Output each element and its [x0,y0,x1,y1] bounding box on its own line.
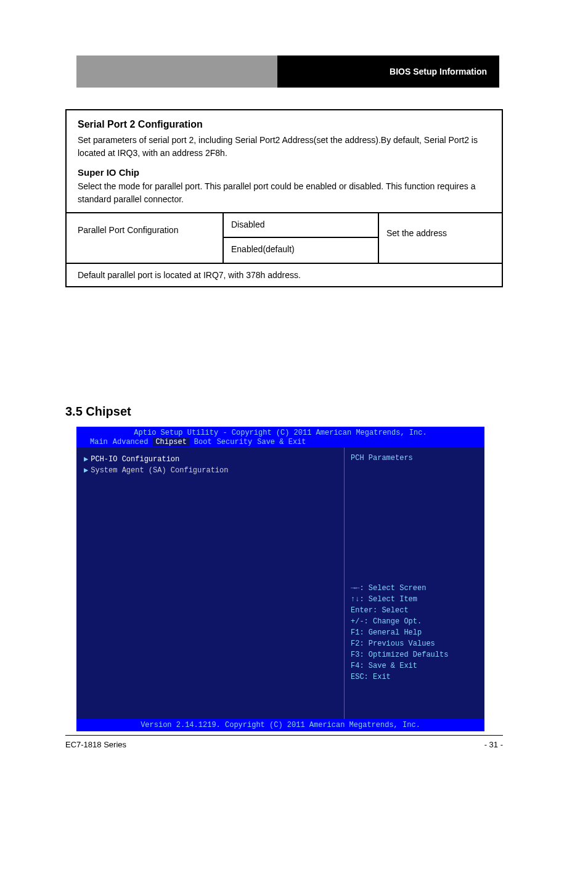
hint-enter: Enter: Select [351,605,478,616]
bios-body: ▶PCH-IO Configuration ▶System Agent (SA)… [76,448,484,719]
tab-main[interactable]: Main [90,438,108,446]
chipset-heading: 3.5 Chipset [65,405,131,419]
hint-f3: F3: Optimized Defaults [351,649,478,660]
bios-item-label: PCH-IO Configuration [91,455,179,464]
config-subdesc: Select the mode for parallel port. This … [78,180,491,206]
tab-chipset[interactable]: Chipset [153,438,189,446]
arrow-icon: ▶ [84,466,88,475]
bios-left-panel: ▶PCH-IO Configuration ▶System Agent (SA)… [76,448,345,719]
tab-save-exit[interactable]: Save & Exit [257,438,306,446]
bios-hints: →←: Select Screen ↑↓: Select Item Enter:… [351,583,478,683]
config-title: Serial Port 2 Configuration [78,119,491,130]
bios-screenshot: Aptio Setup Utility - Copyright (C) 2011… [76,427,484,731]
bios-item-pch-io[interactable]: ▶PCH-IO Configuration [84,454,337,465]
config-col2: Disabled Enabled(default) [224,213,379,263]
config-desc: Set parameters of serial port 2, includi… [78,134,491,160]
bios-right-panel: PCH Parameters →←: Select Screen ↑↓: Sel… [345,448,484,719]
config-col3: Set the address [379,213,502,263]
header-right-label: BIOS Setup Information [277,55,499,88]
bios-tabs: Main Advanced Chipset Boot Security Save… [76,437,484,448]
hint-change-opt: +/-: Change Opt. [351,616,478,627]
bios-titlebar: Aptio Setup Utility - Copyright (C) 2011… [76,427,484,437]
hint-select-item: ↑↓: Select Item [351,594,478,605]
tab-security[interactable]: Security [217,438,253,446]
hint-f2: F2: Previous Values [351,638,478,649]
hint-select-screen: →←: Select Screen [351,583,478,594]
config-footer: Default parallel port is located at IRQ7… [67,263,502,286]
hint-esc: ESC: Exit [351,671,478,683]
bios-item-system-agent[interactable]: ▶System Agent (SA) Configuration [84,465,337,476]
config-cell-disabled: Disabled [224,213,378,238]
footer-right: - 31 - [484,740,503,749]
page-header: BIOS Setup Information [76,55,499,88]
tab-advanced[interactable]: Advanced [113,438,149,446]
hint-f4: F4: Save & Exit [351,660,478,671]
config-col1: Parallel Port Configuration [67,213,224,263]
config-cell-enabled: Enabled(default) [224,238,378,263]
arrow-icon: ▶ [84,455,88,464]
serial-port-config-box: Serial Port 2 Configuration Set paramete… [65,109,503,287]
bios-help-title: PCH Parameters [351,454,478,462]
tab-boot[interactable]: Boot [194,438,212,446]
header-left-block [76,55,277,88]
config-table: Parallel Port Configuration Disabled Ena… [67,212,502,263]
config-main: Serial Port 2 Configuration Set paramete… [67,110,502,212]
bios-footer: Version 2.14.1219. Copyright (C) 2011 Am… [76,719,484,731]
bios-item-label: System Agent (SA) Configuration [91,466,228,475]
page-footer: EC7-1818 Series - 31 - [65,740,503,749]
hint-f1: F1: General Help [351,627,478,638]
page-rule [65,735,503,736]
footer-left: EC7-1818 Series [65,740,126,749]
config-sub: Super IO Chip [78,167,491,178]
